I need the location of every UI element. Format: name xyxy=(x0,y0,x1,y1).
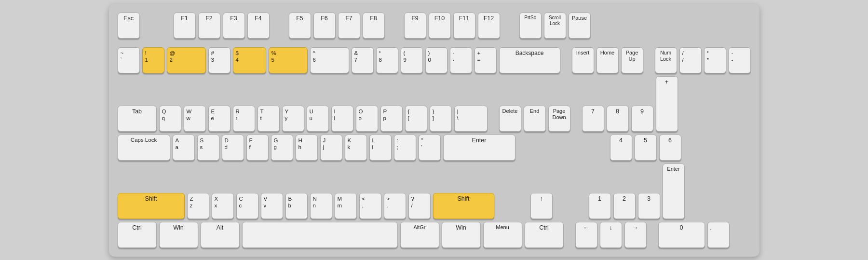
key-k[interactable]: Kk xyxy=(345,135,367,161)
key-insert[interactable]: Insert xyxy=(572,47,594,73)
key-f12[interactable]: F12 xyxy=(478,13,500,39)
key-z[interactable]: Zz xyxy=(187,193,209,219)
key-rbracket[interactable]: }] xyxy=(430,106,452,132)
key-num-multiply[interactable]: ** xyxy=(704,47,726,73)
key-capslock[interactable]: Caps Lock xyxy=(118,135,170,161)
key-f7[interactable]: F7 xyxy=(338,13,360,39)
key-lwin[interactable]: Win xyxy=(159,222,198,248)
key-f10[interactable]: F10 xyxy=(429,13,451,39)
key-backspace[interactable]: Backspace xyxy=(499,47,560,73)
key-num6[interactable]: 6 xyxy=(659,135,681,161)
key-f5[interactable]: F5 xyxy=(289,13,311,39)
key-semicolon[interactable]: :; xyxy=(394,135,416,161)
key-rctrl[interactable]: Ctrl xyxy=(525,222,564,248)
key-c[interactable]: Cc xyxy=(236,193,258,219)
key-num2[interactable]: 2 xyxy=(613,193,636,219)
key-a[interactable]: Aa xyxy=(173,135,195,161)
key-numpad-enter[interactable]: Enter xyxy=(663,164,685,219)
key-lctrl[interactable]: Ctrl xyxy=(118,222,157,248)
key-num0[interactable]: 0 xyxy=(658,222,705,248)
key-num4[interactable]: 4 xyxy=(610,135,632,161)
key-scrolllock[interactable]: ScrollLock xyxy=(544,13,566,39)
key-5[interactable]: %5 xyxy=(269,47,308,73)
key-numdot[interactable]: . xyxy=(707,222,730,248)
key-num-minus[interactable]: -- xyxy=(729,47,751,73)
key-altgr[interactable]: AltGr xyxy=(400,222,439,248)
key-num9[interactable]: 9 xyxy=(631,106,653,132)
key-pageup[interactable]: PageUp xyxy=(621,47,643,73)
key-comma[interactable]: <, xyxy=(359,193,381,219)
key-9[interactable]: (9 xyxy=(401,47,423,73)
key-v[interactable]: Vv xyxy=(261,193,283,219)
key-r[interactable]: Rr xyxy=(233,106,255,132)
key-space[interactable] xyxy=(242,222,398,248)
key-2[interactable]: @2 xyxy=(167,47,206,73)
key-num1[interactable]: 1 xyxy=(589,193,611,219)
key-h[interactable]: Hh xyxy=(296,135,318,161)
key-w[interactable]: Ww xyxy=(184,106,206,132)
key-backslash[interactable]: |\ xyxy=(454,106,488,132)
key-rwin[interactable]: Win xyxy=(442,222,481,248)
key-0[interactable]: )0 xyxy=(425,47,448,73)
key-e[interactable]: Ee xyxy=(208,106,231,132)
key-lshift[interactable]: Shift xyxy=(118,193,185,219)
key-l[interactable]: Ll xyxy=(369,135,392,161)
key-prtsc[interactable]: PrtSc xyxy=(519,13,542,39)
key-f9[interactable]: F9 xyxy=(404,13,426,39)
key-numpad-plus[interactable]: + xyxy=(656,76,678,132)
key-d[interactable]: Dd xyxy=(222,135,244,161)
key-4[interactable]: $4 xyxy=(233,47,266,73)
key-pagedown[interactable]: PageDown xyxy=(548,106,570,132)
key-home[interactable]: Home xyxy=(597,47,619,73)
key-y[interactable]: Yy xyxy=(282,106,304,132)
key-numlock[interactable]: NumLock xyxy=(655,47,677,73)
key-p[interactable]: Pp xyxy=(380,106,403,132)
key-pause[interactable]: Pause xyxy=(569,13,591,39)
key-x[interactable]: Xx xyxy=(212,193,234,219)
key-slash[interactable]: ?/ xyxy=(408,193,431,219)
key-o[interactable]: Oo xyxy=(356,106,378,132)
key-num8[interactable]: 8 xyxy=(607,106,629,132)
key-num7[interactable]: 7 xyxy=(582,106,604,132)
key-end[interactable]: End xyxy=(524,106,546,132)
key-period[interactable]: >. xyxy=(384,193,406,219)
key-tab[interactable]: Tab xyxy=(118,106,157,132)
key-esc[interactable]: Esc xyxy=(118,13,140,39)
key-delete[interactable]: Delete xyxy=(499,106,521,132)
key-lalt[interactable]: Alt xyxy=(201,222,240,248)
key-up-arrow[interactable]: ↑ xyxy=(530,193,553,219)
key-minus[interactable]: -- xyxy=(450,47,472,73)
key-f2[interactable]: F2 xyxy=(198,13,220,39)
key-t[interactable]: Tt xyxy=(258,106,280,132)
key-f8[interactable]: F8 xyxy=(363,13,385,39)
key-equal[interactable]: += xyxy=(475,47,497,73)
key-f6[interactable]: F6 xyxy=(313,13,336,39)
key-7[interactable]: &7 xyxy=(352,47,374,73)
key-s[interactable]: Ss xyxy=(197,135,219,161)
key-6[interactable]: ^6 xyxy=(310,47,349,73)
key-j[interactable]: Jj xyxy=(320,135,342,161)
key-g[interactable]: Gg xyxy=(271,135,293,161)
key-n[interactable]: Nn xyxy=(310,193,332,219)
key-num-divide[interactable]: // xyxy=(679,47,702,73)
key-backtick[interactable]: ~` xyxy=(118,47,140,73)
key-3[interactable]: #3 xyxy=(208,47,231,73)
key-rshift[interactable]: Shift xyxy=(433,193,494,219)
key-u[interactable]: Uu xyxy=(307,106,329,132)
key-f[interactable]: Ff xyxy=(246,135,269,161)
key-enter[interactable]: Enter xyxy=(443,135,515,161)
key-f1[interactable]: F1 xyxy=(174,13,196,39)
key-left-arrow[interactable]: ← xyxy=(575,222,597,248)
key-8[interactable]: *8 xyxy=(376,47,398,73)
key-i[interactable]: Ii xyxy=(331,106,353,132)
key-menu[interactable]: Menu xyxy=(483,222,522,248)
key-lbracket[interactable]: {[ xyxy=(405,106,427,132)
key-1[interactable]: !1 xyxy=(142,47,164,73)
key-down-arrow[interactable]: ↓ xyxy=(600,222,622,248)
key-f11[interactable]: F11 xyxy=(453,13,475,39)
key-f3[interactable]: F3 xyxy=(223,13,245,39)
key-m[interactable]: Mm xyxy=(335,193,357,219)
key-b[interactable]: Bb xyxy=(285,193,308,219)
key-num5[interactable]: 5 xyxy=(635,135,657,161)
key-quote[interactable]: "' xyxy=(419,135,441,161)
